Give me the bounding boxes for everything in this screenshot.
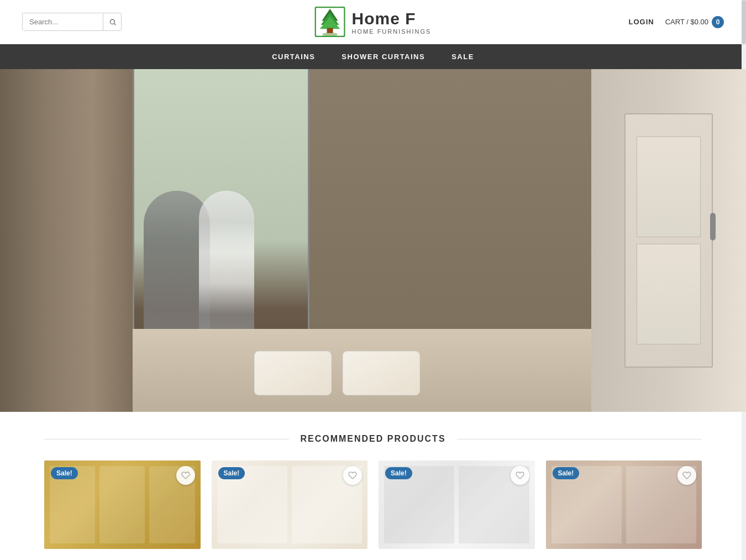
pillow-1 [254,351,332,395]
product-card-2[interactable]: Sale! [212,460,368,549]
svg-line-1 [114,23,116,25]
cart-count: 0 [712,16,724,28]
nav-item-sale[interactable]: SALE [449,46,476,67]
logo-title: Home F [352,9,432,28]
product-card-3[interactable]: Sale! [379,460,535,549]
heart-icon-3 [516,471,524,480]
heart-icon-1 [181,471,190,480]
section-title: RECOMMENDED PRODUCTS [300,434,445,444]
product-card-4[interactable]: Sale! [546,460,702,549]
logo[interactable]: Home F HOME FURNISHINGS [315,7,432,37]
search-input[interactable] [23,13,103,30]
section-divider-right [457,439,702,439]
header-left [22,13,122,31]
heart-icon-2 [348,471,357,480]
door-panel [624,113,713,368]
login-link[interactable]: LOGIN [629,18,654,26]
hero-scene [0,69,746,412]
wishlist-button-4[interactable] [677,466,696,485]
product-image-1: Sale! [44,460,201,549]
nav-item-curtains[interactable]: CURTAINS [270,46,317,67]
sale-badge-4: Sale! [553,467,580,479]
logo-subtitle: HOME FURNISHINGS [352,28,432,35]
product-image-2: Sale! [212,460,368,549]
product-image-3: Sale! [379,460,535,549]
curtain-line [99,466,145,543]
cart-label: CART / $0.00 [665,18,708,26]
products-grid: Sale! Sale! [44,460,702,549]
sale-badge-2: Sale! [218,467,245,479]
curtain-left [0,69,138,412]
search-button[interactable] [103,14,122,30]
logo-text: Home F HOME FURNISHINGS [352,9,432,35]
section-divider-left [44,439,289,439]
wishlist-button-1[interactable] [176,466,195,485]
figure-right [199,191,254,346]
wishlist-button-3[interactable] [511,466,529,485]
header-right: LOGIN CART / $0.00 0 [629,16,724,28]
logo-icon [315,7,345,37]
pillow-2 [343,351,420,395]
header: Home F HOME FURNISHINGS LOGIN CART / $0.… [0,0,746,44]
section-title-wrapper: RECOMMENDED PRODUCTS [44,434,702,444]
recommended-section: RECOMMENDED PRODUCTS Sale! [0,412,746,560]
sale-badge-3: Sale! [385,467,412,479]
nav-bar: CURTAINS SHOWER CURTAINS SALE [0,44,746,69]
svg-rect-7 [327,28,333,33]
product-image-4: Sale! [546,460,702,549]
nav-item-shower-curtains[interactable]: SHOWER CURTAINS [339,46,427,67]
hero-banner [0,69,746,412]
scrollbar-thumb[interactable] [742,0,746,44]
search-wrapper [22,13,122,31]
heart-icon-4 [682,471,691,480]
search-icon [109,18,117,26]
cart-button[interactable]: CART / $0.00 0 [665,16,724,28]
wishlist-button-2[interactable] [343,466,362,485]
door-handle [710,213,716,240]
sale-badge-1: Sale! [51,467,78,479]
svg-point-0 [110,19,114,24]
door-area [591,69,746,412]
product-card-1[interactable]: Sale! [44,460,201,549]
